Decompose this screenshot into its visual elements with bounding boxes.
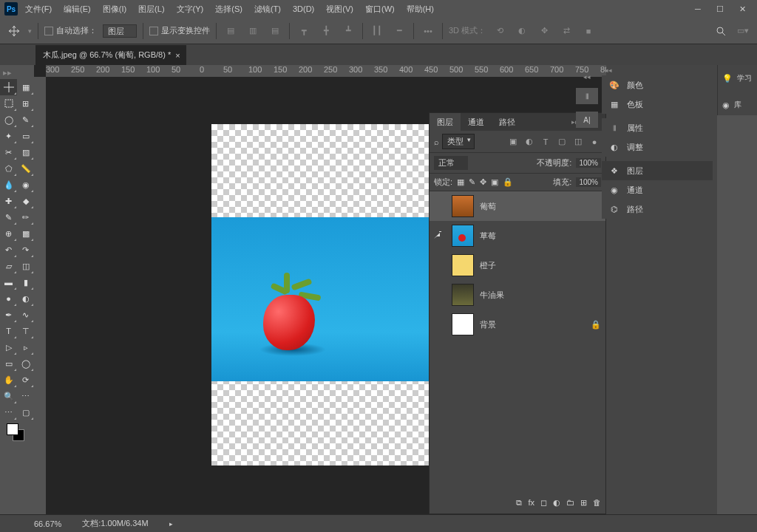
layer-row[interactable]: 葡萄 — [430, 191, 605, 221]
eyedropper-tool[interactable]: 💧 — [0, 177, 17, 193]
library-panel-button[interactable]: ◉库 — [718, 95, 757, 115]
tools-collapse-icon[interactable]: ▸▸ — [0, 66, 15, 79]
layer-name[interactable]: 背景 — [480, 319, 496, 330]
layers-tab[interactable]: 图层 — [430, 113, 461, 131]
direct-select-tool[interactable]: ▹ — [17, 339, 34, 355]
delete-layer-icon[interactable]: 🗑 — [593, 498, 601, 508]
menu-select[interactable]: 选择(S) — [211, 1, 247, 18]
menu-type[interactable]: 文字(Y) — [172, 1, 208, 18]
statusbar-caret-icon[interactable]: ▸ — [169, 520, 173, 528]
visibility-toggle-icon[interactable] — [434, 318, 446, 330]
move-tool-preset-icon[interactable] — [6, 23, 22, 39]
artboard-tool[interactable]: ▦ — [17, 79, 34, 95]
brush-panel-icon[interactable]: ⫴ — [576, 88, 598, 104]
align-center-h-icon[interactable]: ▥ — [245, 23, 261, 39]
frame-tool[interactable]: ⊞ — [17, 95, 34, 112]
vertical-ruler[interactable] — [34, 77, 46, 514]
adjustments-panel-button[interactable]: ◐调整 — [602, 137, 713, 157]
window-maximize-button[interactable]: ☐ — [710, 2, 730, 16]
layer-thumbnail[interactable] — [452, 225, 474, 247]
move-tool[interactable] — [0, 79, 17, 95]
ruler-tool[interactable]: 📏 — [17, 160, 34, 177]
filter-kind-dropdown[interactable]: 类型 — [442, 134, 475, 149]
workspace-switcher-icon[interactable]: ▭▾ — [735, 23, 751, 39]
character-panel-icon[interactable]: A| — [576, 112, 598, 128]
layer-thumbnail[interactable] — [452, 313, 474, 335]
gradient-tool[interactable]: ▬ — [0, 274, 17, 290]
filter-shape-icon[interactable]: ▢ — [555, 137, 568, 146]
lock-all-icon[interactable]: 🔒 — [503, 177, 513, 187]
slice-tool[interactable]: ▨ — [17, 144, 34, 160]
paths-tab[interactable]: 路径 — [492, 113, 523, 131]
brush-tool[interactable]: ✎ — [0, 209, 17, 225]
color-panel-button[interactable]: 🎨颜色 — [602, 75, 713, 95]
align-bottom-icon[interactable]: ┻ — [340, 23, 356, 39]
filter-pixel-icon[interactable]: ▣ — [506, 137, 520, 146]
document-tab[interactable]: 木瓜.jpeg @ 66.7% (葡萄, RGB/8) * × — [35, 45, 186, 65]
zoom-level[interactable]: 66.67% — [34, 519, 61, 528]
foreground-color-swatch[interactable] — [7, 423, 18, 435]
hand-tool[interactable]: ✋ — [0, 372, 17, 388]
window-minimize-button[interactable]: ─ — [688, 2, 708, 16]
dock-collapse-icon[interactable]: ◂◂ — [583, 73, 591, 81]
visibility-toggle-icon[interactable] — [434, 289, 446, 301]
layer-thumbnail[interactable] — [452, 284, 474, 306]
auto-select-checkbox[interactable]: 自动选择： — [44, 25, 97, 36]
edit-toolbar-icon[interactable]: ⋯ — [0, 404, 17, 420]
visibility-toggle-icon[interactable] — [434, 200, 446, 212]
path-select-tool[interactable]: ▷ — [0, 339, 17, 355]
menu-3d[interactable]: 3D(D) — [288, 1, 319, 16]
align-left-icon[interactable]: ▤ — [223, 23, 239, 39]
menu-view[interactable]: 视图(V) — [322, 1, 358, 18]
layer-name[interactable]: 橙子 — [480, 260, 496, 271]
history-brush-tool[interactable]: ↶ — [0, 242, 17, 258]
opacity-value[interactable]: 100% — [576, 158, 601, 168]
horizontal-ruler[interactable]: 3002502001501005005010015020025030035040… — [46, 65, 609, 77]
visibility-toggle-icon[interactable] — [434, 259, 446, 271]
magic-wand-tool[interactable]: ✦ — [0, 128, 17, 144]
layer-thumbnail[interactable] — [452, 254, 474, 276]
link-layers-icon[interactable]: ⧉ — [516, 498, 522, 508]
type-tool[interactable]: T — [0, 323, 17, 339]
distribute-v-icon[interactable]: ━ — [391, 23, 407, 39]
zoom-tool[interactable]: 🔍 — [0, 388, 17, 404]
crop-tool[interactable]: ✂ — [0, 144, 17, 160]
distribute-h-icon[interactable]: ┃┃ — [369, 23, 385, 39]
spot-heal-tool[interactable]: ✚ — [0, 193, 17, 209]
layer-thumbnail[interactable] — [452, 195, 474, 217]
pencil-tool[interactable]: ✏ — [17, 209, 34, 225]
paint-bucket-tool[interactable]: ▮ — [17, 274, 34, 290]
burn-tool[interactable]: ◐ — [17, 290, 34, 307]
edit-toolbar-tool[interactable]: ⋯ — [17, 388, 34, 404]
document-tab-close-icon[interactable]: × — [175, 51, 180, 60]
properties-panel-button[interactable]: ⫴属性 — [602, 118, 713, 137]
align-right-icon[interactable]: ▤ — [267, 23, 283, 39]
filter-toggle-icon[interactable]: ● — [588, 137, 601, 146]
doc-size[interactable]: 文档:1.00M/6.34M — [82, 518, 148, 529]
channels-tab[interactable]: 通道 — [461, 113, 492, 131]
blend-mode-dropdown[interactable]: 正常 — [434, 156, 468, 170]
layer-row[interactable]: 背景 🔒 — [430, 310, 605, 339]
object-select-tool[interactable]: ▭ — [17, 128, 34, 144]
dock-collapse-icon[interactable]: ◂◂ — [602, 65, 713, 75]
quick-select-tool[interactable]: ✎ — [17, 112, 34, 128]
pattern-stamp-tool[interactable]: ▩ — [17, 225, 34, 242]
search-icon[interactable] — [713, 23, 729, 39]
freeform-pen-tool[interactable]: ∿ — [17, 307, 34, 323]
layer-row[interactable]: 草莓 — [430, 221, 605, 250]
align-top-icon[interactable]: ┳ — [296, 23, 312, 39]
visibility-toggle-icon[interactable] — [434, 230, 446, 242]
menu-layer[interactable]: 图层(L) — [134, 1, 169, 18]
adjustment-layer-icon[interactable]: ◐ — [553, 498, 560, 508]
filter-adjust-icon[interactable]: ◐ — [523, 137, 536, 146]
bg-eraser-tool[interactable]: ◫ — [17, 258, 34, 274]
rectangle-tool[interactable]: ▭ — [0, 355, 17, 372]
document-canvas[interactable] — [211, 124, 455, 466]
layer-name[interactable]: 草莓 — [480, 231, 496, 242]
channels-panel-button[interactable]: ◉通道 — [602, 180, 713, 200]
lock-pixels-icon[interactable]: ✎ — [469, 177, 475, 187]
clone-stamp-tool[interactable]: ⊕ — [0, 225, 17, 242]
layer-name[interactable]: 葡萄 — [480, 201, 496, 212]
new-layer-icon[interactable]: ⊞ — [580, 498, 587, 508]
layer-row[interactable]: 橙子 — [430, 250, 605, 280]
